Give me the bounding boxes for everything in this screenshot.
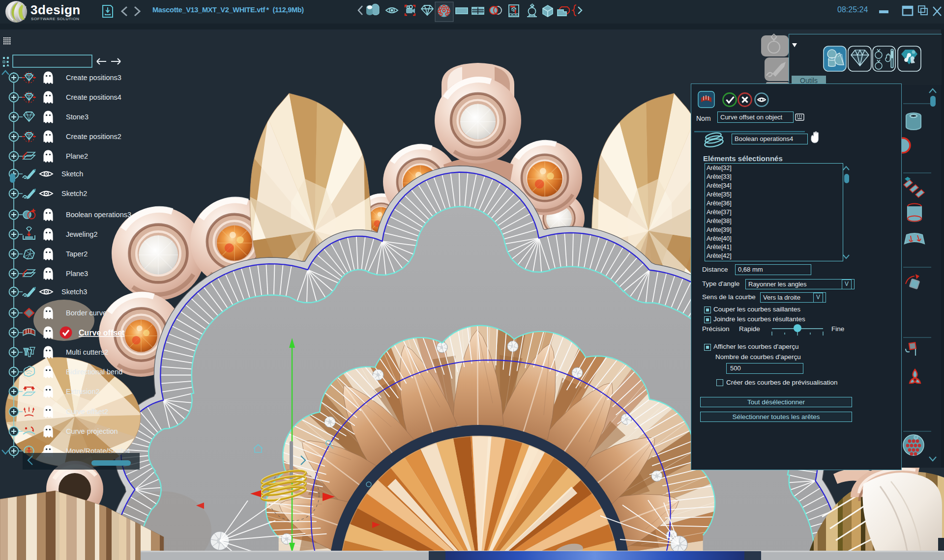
svg-text:Sketch2: Sketch2 — [61, 190, 87, 197]
svg-text:Extrusion2: Extrusion2 — [66, 388, 100, 395]
svg-text:Curve offset: Curve offset — [79, 329, 125, 337]
svg-text:Plane2: Plane2 — [66, 152, 88, 160]
svg-text:Sketch: Sketch — [61, 170, 83, 178]
svg-text:Border curve: Border curve — [66, 309, 107, 317]
svg-text:Stone3: Stone3 — [66, 113, 88, 121]
svg-text:Curve projection: Curve projection — [66, 427, 118, 435]
svg-text:Sketch3: Sketch3 — [61, 288, 87, 296]
svg-text:Taper2: Taper2 — [66, 250, 88, 258]
svg-text:Boolean operations3: Boolean operations3 — [66, 211, 131, 219]
svg-text:Create positions4: Create positions4 — [66, 93, 121, 101]
svg-text:Bidirectional bend: Bidirectional bend — [66, 368, 122, 376]
svg-text:Multi cutters2: Multi cutters2 — [66, 348, 108, 356]
svg-text:Create positions3: Create positions3 — [66, 74, 121, 82]
svg-text:Create positions2: Create positions2 — [66, 133, 121, 140]
svg-text:Plane3: Plane3 — [66, 270, 88, 278]
svg-text:Jeweling2: Jeweling2 — [66, 230, 98, 238]
svg-text:Curve offset2: Curve offset2 — [66, 408, 108, 416]
